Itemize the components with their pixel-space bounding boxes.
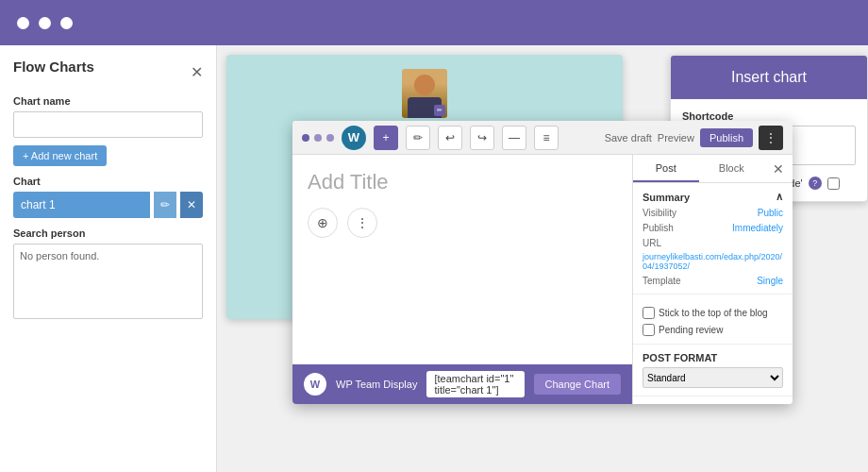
post-format-select[interactable]: Standard bbox=[643, 367, 783, 388]
center-area: ✏ Dffian ✏ Stpvo bbox=[217, 45, 868, 472]
summary-title[interactable]: Summary ∧ bbox=[643, 191, 783, 203]
visibility-value[interactable]: Public bbox=[758, 208, 783, 218]
publish-value[interactable]: Immediately bbox=[732, 223, 783, 233]
save-draft-link[interactable]: Save draft bbox=[605, 132, 652, 143]
url-value[interactable]: journeylikelbasti.com/edax.php/2020/04/1… bbox=[643, 252, 783, 271]
wp-block-more-btn[interactable]: ⋮ bbox=[347, 208, 377, 238]
template-row: Template Single bbox=[643, 276, 783, 286]
wp-top-right: Save draft Preview Publish ⋮ bbox=[605, 126, 783, 150]
window-dot-3 bbox=[60, 17, 73, 29]
add-new-chart-button[interactable]: + Add new chart bbox=[13, 145, 107, 166]
url-label: URL bbox=[643, 238, 661, 248]
wp-block-area: ⊕ ⋮ bbox=[308, 208, 617, 238]
wp-redo-btn[interactable]: ↪ bbox=[470, 126, 494, 150]
no-person-text: No person found. bbox=[20, 250, 99, 261]
template-value[interactable]: Single bbox=[757, 276, 783, 286]
wp-undo-btn[interactable]: ↩ bbox=[438, 126, 462, 150]
publish-button[interactable]: Publish bbox=[700, 128, 753, 147]
panel-title: Flow Charts bbox=[13, 59, 94, 75]
more-options-btn[interactable]: ⋮ bbox=[759, 126, 783, 150]
wp-dot-1 bbox=[302, 134, 309, 142]
wp-edit-btn[interactable]: ✏ bbox=[406, 126, 430, 150]
org-top-avatar: ✏ bbox=[402, 69, 447, 118]
summary-chevron: ∧ bbox=[776, 191, 783, 203]
wp-dots-btn[interactable]: — bbox=[502, 126, 526, 150]
sidebar-close-btn[interactable]: ✕ bbox=[764, 155, 793, 182]
tab-block[interactable]: Block bbox=[699, 155, 765, 182]
left-panel: Flow Charts ✕ Chart name + Add new chart… bbox=[0, 45, 217, 472]
wp-team-bar: W WP Team Display [teamchart id="1" titl… bbox=[292, 364, 632, 404]
publish-label: Publish bbox=[643, 223, 674, 233]
search-person-box: No person found. bbox=[13, 244, 203, 319]
wp-dot-2 bbox=[314, 134, 322, 142]
post-title-input[interactable]: Add Title bbox=[308, 170, 617, 194]
sticky-row: Stick to the top of the blog bbox=[643, 307, 783, 319]
search-person-label: Search person bbox=[13, 228, 203, 239]
chart-name-label: Chart name bbox=[13, 95, 203, 107]
checkboxes-section: Stick to the top of the blog Pending rev… bbox=[633, 295, 793, 345]
disable-checkbox[interactable] bbox=[827, 177, 840, 190]
wp-logo: W bbox=[342, 126, 366, 150]
summary-label: Summary bbox=[643, 192, 690, 203]
top-bar bbox=[0, 0, 868, 45]
sticky-checkbox[interactable] bbox=[643, 307, 655, 319]
chart-label: Chart bbox=[13, 176, 203, 187]
post-format-title: POST FORMAT bbox=[643, 352, 783, 363]
wp-team-shortcode: [teamchart id="1" title="chart 1"] bbox=[426, 371, 524, 397]
wp-toolbar: W + ✏ ↩ ↪ — ≡ Save draft Preview Publish… bbox=[292, 121, 793, 155]
wp-editor: W + ✏ ↩ ↪ — ≡ Save draft Preview Publish… bbox=[292, 121, 793, 404]
wp-dots-indicator bbox=[302, 134, 334, 142]
wp-info-btn[interactable]: ≡ bbox=[534, 126, 559, 150]
chart-select-row: chart 1 ✏ ✕ bbox=[13, 192, 203, 218]
wp-content-area: Add Title ⊕ ⋮ W WP Team Display [teamcha… bbox=[292, 155, 793, 404]
chart-name-input[interactable] bbox=[13, 111, 203, 138]
publish-row: Publish Immediately bbox=[643, 223, 783, 233]
tab-post[interactable]: Post bbox=[633, 155, 699, 182]
pending-checkbox[interactable] bbox=[643, 324, 655, 336]
close-icon[interactable]: ✕ bbox=[191, 63, 203, 81]
url-row: URL bbox=[643, 238, 783, 248]
post-format-section: POST FORMAT Standard bbox=[633, 345, 793, 396]
window-dot-1 bbox=[17, 17, 29, 29]
template-label: Template bbox=[643, 276, 681, 286]
wp-team-logo: W bbox=[304, 373, 326, 396]
wp-add-block-btn[interactable]: + bbox=[374, 126, 398, 150]
wp-dot-3 bbox=[326, 134, 334, 142]
visibility-row: Visibility Public bbox=[643, 208, 783, 218]
wp-editor-main: Add Title ⊕ ⋮ W WP Team Display [teamcha… bbox=[292, 155, 632, 404]
visibility-label: Visibility bbox=[643, 208, 676, 218]
wp-team-label: WP Team Display bbox=[336, 379, 417, 390]
author-section: AUTHOR contact bbox=[633, 396, 793, 404]
main-area: Flow Charts ✕ Chart name + Add new chart… bbox=[0, 45, 868, 472]
pending-label: Pending review bbox=[659, 325, 723, 335]
info-icon[interactable]: ? bbox=[809, 177, 822, 190]
wp-sidebar-tabs: Post Block ✕ bbox=[633, 155, 793, 183]
wp-block-icon-1[interactable]: ⊕ bbox=[308, 208, 338, 238]
change-chart-button[interactable]: Change Chart bbox=[534, 374, 622, 395]
window-dot-2 bbox=[39, 17, 51, 29]
chart-edit-button[interactable]: ✏ bbox=[154, 192, 176, 218]
pending-row: Pending review bbox=[643, 324, 783, 336]
insert-chart-header: Insert chart bbox=[671, 56, 867, 99]
sticky-label: Stick to the top of the blog bbox=[659, 308, 768, 318]
chart-item[interactable]: chart 1 bbox=[13, 192, 150, 218]
preview-link[interactable]: Preview bbox=[658, 132, 694, 143]
wp-sidebar: Post Block ✕ Summary ∧ Visibility Public bbox=[632, 155, 793, 404]
org-top-edit-icon[interactable]: ✏ bbox=[434, 105, 445, 116]
chart-delete-button[interactable]: ✕ bbox=[180, 192, 203, 218]
summary-section: Summary ∧ Visibility Public Publish Imme… bbox=[633, 183, 793, 295]
